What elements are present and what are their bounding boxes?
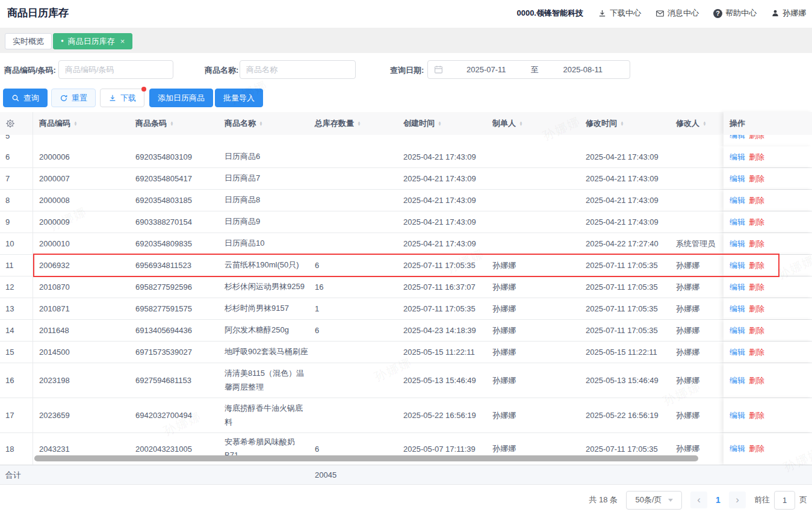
cell-actions: 编辑删除 (724, 211, 812, 233)
edit-link[interactable]: 编辑 (730, 443, 745, 454)
reset-button[interactable]: 重置 (51, 89, 96, 107)
delete-link[interactable]: 删除 (749, 347, 764, 358)
cell-actions: 编辑删除 (724, 298, 812, 319)
page-size-select[interactable]: 50条/页 (626, 491, 682, 510)
sort-icon[interactable] (702, 121, 707, 126)
delete-link[interactable]: 删除 (749, 375, 764, 386)
header-modifier[interactable]: 修改人 (670, 112, 724, 135)
table-row: 1020000106920354809835日历商品102025-04-21 1… (0, 233, 812, 255)
delete-link[interactable]: 删除 (749, 304, 764, 314)
header-total-stock[interactable]: 总库存数量 (309, 112, 397, 135)
row-index: 15 (0, 342, 33, 363)
delete-link[interactable]: 删除 (749, 325, 764, 336)
cell-product-code: 2010871 (33, 298, 129, 319)
edit-link[interactable]: 编辑 (730, 375, 745, 386)
delete-link[interactable]: 删除 (749, 410, 764, 421)
table-row: 1620231986927594681153清清美8115（混色）温馨两层整理2… (0, 363, 812, 398)
header-modified-time[interactable]: 修改时间 (580, 112, 670, 135)
delete-link[interactable]: 删除 (749, 135, 764, 141)
edit-link[interactable]: 编辑 (730, 239, 745, 249)
prev-page-button[interactable]: ‹ (690, 492, 707, 508)
cell-modifier (670, 190, 724, 211)
user-menu[interactable]: 孙娜娜 (771, 8, 806, 19)
cell-product-code: 2010870 (33, 276, 129, 298)
code-filter-label: 商品编码/条码: (4, 65, 56, 76)
date-end-value[interactable]: 2025-08-11 (542, 65, 624, 74)
date-start-value[interactable]: 2025-07-11 (445, 65, 527, 74)
sort-icon[interactable] (620, 121, 624, 126)
delete-link[interactable]: 删除 (749, 443, 764, 454)
header-barcode[interactable]: 商品条码 (129, 112, 218, 135)
edit-link[interactable]: 编辑 (730, 135, 745, 141)
top-bar: 商品日历库存 0000.领锋智能科技 下载中心 消息中心 帮助中心 (0, 0, 812, 28)
edit-link[interactable]: 编辑 (730, 195, 745, 206)
goto-page-input[interactable] (774, 491, 795, 510)
sort-icon[interactable] (438, 121, 442, 126)
help-center-link[interactable]: 帮助中心 (713, 8, 757, 19)
cell-created-time: 2025-04-23 14:18:39 (397, 320, 486, 341)
header-creator[interactable]: 制单人 (486, 112, 580, 135)
code-filter-input[interactable] (58, 60, 173, 79)
table-row: 1420116486913405694436阿尔发木糖醇250g62025-04… (0, 320, 812, 342)
tab-overview[interactable]: 实时概览 (5, 33, 52, 49)
summary-total-stock: 20045 (309, 470, 397, 479)
header-product-name[interactable]: 商品名称 (218, 112, 309, 135)
total-count: 共 18 条 (589, 495, 618, 505)
cell-modifier (670, 168, 724, 189)
delete-link[interactable]: 删除 (749, 260, 764, 271)
current-page[interactable]: 1 (710, 492, 727, 508)
cell-creator (486, 190, 580, 211)
sort-icon[interactable] (519, 121, 523, 126)
add-calendar-product-button[interactable]: 添加日历商品 (149, 89, 213, 107)
edit-link[interactable]: 编辑 (730, 410, 745, 421)
delete-link[interactable]: 删除 (749, 239, 764, 249)
sort-icon[interactable] (73, 121, 78, 126)
delete-link[interactable]: 删除 (749, 173, 764, 184)
download-icon (108, 94, 117, 102)
cell-creator: 孙娜娜 (486, 342, 580, 363)
edit-link[interactable]: 编辑 (730, 325, 745, 336)
download-icon (598, 9, 607, 18)
edit-link[interactable]: 编辑 (730, 304, 745, 314)
header-actions: 操作 (724, 112, 812, 135)
cell-actions: 编辑删除 (724, 398, 812, 432)
name-filter-input[interactable] (240, 60, 356, 79)
goto-label: 前往 (754, 495, 770, 505)
cell-creator: 孙娜娜 (486, 363, 580, 398)
edit-link[interactable]: 编辑 (730, 217, 745, 228)
download-button[interactable]: 下载 (100, 89, 144, 107)
edit-link[interactable]: 编辑 (730, 260, 745, 271)
column-settings-cell[interactable] (0, 112, 33, 135)
sort-icon[interactable] (170, 121, 174, 126)
app-window: 商品日历库存 0000.领锋智能科技 下载中心 消息中心 帮助中心 (0, 0, 812, 515)
cell-created-time: 2025-04-21 17:43:09 (397, 146, 486, 167)
next-page-button[interactable]: › (729, 492, 746, 508)
edit-link[interactable]: 编辑 (730, 152, 745, 163)
header-product-code[interactable]: 商品编码 (33, 112, 129, 135)
tab-product-calendar-stock[interactable]: 商品日历库存 (53, 33, 132, 49)
cell-barcode: 6971573539027 (129, 342, 218, 363)
delete-link[interactable]: 删除 (749, 282, 764, 293)
sort-icon[interactable] (357, 121, 361, 126)
download-center-link[interactable]: 下载中心 (598, 8, 641, 19)
horizontal-scrollbar[interactable] (34, 455, 698, 461)
close-tab-icon[interactable] (120, 37, 125, 46)
name-filter-label: 商品名称: (205, 65, 238, 76)
pagination-bar: 共 18 条 50条/页 ‹ 1 › 前往 页 (0, 485, 812, 515)
edit-link[interactable]: 编辑 (730, 173, 745, 184)
delete-link[interactable]: 删除 (749, 152, 764, 163)
batch-import-button[interactable]: 批量导入 (215, 89, 263, 107)
message-center-link[interactable]: 消息中心 (655, 8, 699, 19)
date-range-picker[interactable]: 2025-07-11 至 2025-08-11 (427, 60, 630, 79)
edit-link[interactable]: 编辑 (730, 282, 745, 293)
delete-link[interactable]: 删除 (749, 195, 764, 206)
cell-total-stock (309, 363, 397, 398)
table-row: 720000076920354805417日历商品72025-04-21 17:… (0, 168, 812, 190)
search-button[interactable]: 查询 (3, 89, 48, 107)
edit-link[interactable]: 编辑 (730, 347, 745, 358)
row-index: 17 (0, 398, 33, 432)
delete-link[interactable]: 删除 (749, 217, 764, 228)
header-created-time[interactable]: 创建时间 (397, 112, 486, 135)
sort-icon[interactable] (259, 121, 263, 126)
cell-barcode: 6913405694436 (129, 320, 218, 341)
